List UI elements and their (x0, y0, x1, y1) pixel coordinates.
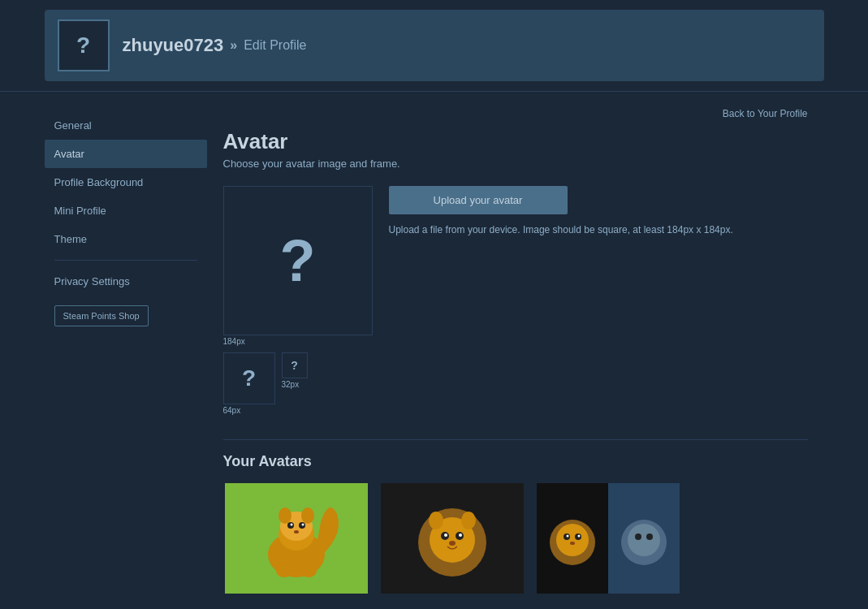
avatar-thumb-squirrel[interactable] (223, 482, 369, 595)
squirrel-avatar-img (225, 483, 368, 594)
avatar-preview-32: ? (282, 352, 308, 378)
sidebar-item-mini-profile[interactable]: Mini Profile (45, 197, 207, 225)
header-inner: ? zhuyue0723 » Edit Profile (45, 10, 824, 81)
your-avatars-section: Your Avatars (223, 439, 808, 597)
avatar-upload-panel: Upload your avatar Upload a file from yo… (389, 186, 808, 237)
svg-point-11 (300, 564, 317, 577)
lion-dark-avatar-img (381, 483, 524, 594)
squirrel-svg (240, 490, 353, 587)
avatar-small-row: ? 64px ? 32px (223, 352, 373, 415)
avatar-previews: ? 184px ? 64px ? 32px (223, 186, 373, 415)
avatar-preview-section: ? 184px ? 64px ? 32px Upload you (223, 186, 808, 415)
svg-point-25 (566, 535, 568, 538)
sidebar-item-privacy-settings[interactable]: Privacy Settings (45, 267, 207, 296)
your-avatars-title: Your Avatars (223, 453, 808, 470)
header-username: zhuyue0723 (123, 35, 224, 56)
avatar-preview-64-wrapper: ? 64px (223, 352, 275, 415)
sidebar-divider (54, 260, 197, 261)
section-subtitle: Choose your avatar image and frame. (223, 158, 808, 170)
svg-point-3 (279, 508, 291, 524)
avatar-thumb-lion-dark[interactable] (379, 482, 525, 595)
split-left (537, 483, 608, 594)
split-right (608, 483, 680, 594)
sidebar-item-profile-background[interactable]: Profile Background (45, 168, 207, 197)
avatar-size-label-32: 32px (282, 380, 300, 389)
sidebar-item-theme[interactable]: Theme (45, 225, 207, 253)
svg-point-7 (290, 524, 292, 526)
svg-point-31 (646, 533, 653, 540)
header-avatar: ? (58, 19, 110, 71)
upload-avatar-button[interactable]: Upload your avatar (389, 186, 568, 214)
avatar-preview-184-wrapper: ? 184px (223, 186, 373, 346)
svg-point-20 (461, 512, 476, 529)
svg-point-22 (556, 524, 589, 556)
header-separator: » (230, 38, 237, 53)
avatars-grid (223, 482, 808, 597)
sidebar-nav: General Avatar Profile Background Mini P… (45, 111, 207, 296)
svg-point-30 (635, 533, 641, 540)
svg-point-16 (444, 533, 447, 537)
svg-point-29 (628, 524, 660, 556)
page-title: Avatar (223, 129, 808, 154)
lion-left-svg (540, 498, 605, 579)
avatar-preview-32-wrapper: ? 32px (282, 352, 308, 389)
avatar-size-label-64: 64px (223, 406, 241, 415)
svg-point-19 (429, 512, 443, 529)
avatar-size-label-184: 184px (223, 337, 245, 346)
lion-right-svg (611, 498, 676, 579)
svg-point-17 (459, 533, 462, 537)
upload-description: Upload a file from your device. Image sh… (389, 222, 808, 237)
svg-point-18 (449, 541, 456, 546)
svg-point-10 (276, 564, 292, 577)
lion-dark-svg (404, 490, 501, 587)
avatar-preview-64: ? (223, 352, 275, 404)
sidebar-item-general[interactable]: General (45, 111, 207, 140)
content-area: Back to Your Profile Avatar Choose your … (207, 108, 824, 597)
svg-point-8 (301, 524, 304, 526)
sidebar: General Avatar Profile Background Mini P… (45, 108, 207, 597)
svg-point-27 (570, 542, 575, 545)
main-layout: General Avatar Profile Background Mini P… (45, 92, 824, 609)
svg-point-4 (301, 508, 314, 524)
header-user-info: zhuyue0723 » Edit Profile (123, 35, 307, 56)
steam-points-shop-button[interactable]: Steam Points Shop (54, 305, 149, 326)
sidebar-item-avatar[interactable]: Avatar (45, 140, 207, 168)
svg-point-26 (577, 535, 580, 538)
split-avatar-container (537, 483, 680, 594)
back-to-profile-link[interactable]: Back to Your Profile (223, 108, 808, 119)
avatar-preview-184: ? (223, 186, 373, 335)
header-edit-label: Edit Profile (244, 38, 306, 53)
header: ? zhuyue0723 » Edit Profile (0, 0, 868, 92)
svg-point-9 (294, 530, 299, 533)
avatar-thumb-lion-dark2[interactable] (535, 482, 681, 595)
